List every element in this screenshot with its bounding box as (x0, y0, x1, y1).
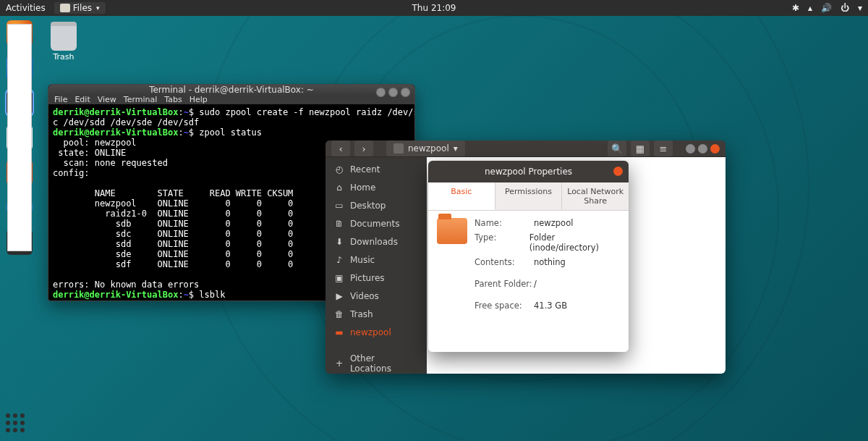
path-caret-icon: ▾ (454, 143, 458, 154)
activities-button[interactable]: Activities (6, 3, 46, 13)
label-name: Name: (475, 218, 534, 228)
volume-icon[interactable]: 🔊 (821, 3, 832, 13)
search-button[interactable]: 🔍 (608, 140, 626, 156)
appmenu-files[interactable]: Files (54, 2, 106, 14)
sidebar-item-pictures[interactable]: ▣Pictures (326, 270, 427, 286)
clock-icon: ◴ (334, 164, 344, 175)
value-free-space: 41.3 GB (534, 301, 567, 311)
trash-icon: 🗑 (334, 309, 344, 319)
nav-forward-button[interactable]: › (354, 140, 373, 156)
terminal-maximize-button[interactable] (388, 88, 398, 97)
desktop-icon: ▭ (334, 201, 344, 211)
menu-tabs[interactable]: Tabs (164, 95, 182, 104)
sidebar-item-trash[interactable]: 🗑Trash (326, 306, 427, 322)
nav-back-button[interactable]: ‹ (331, 140, 350, 156)
sidebar-item-other-locations[interactable]: +Other Locations (326, 350, 427, 374)
sidebar-item-desktop[interactable]: ▭Desktop (326, 198, 427, 214)
trash-label: Trash (53, 52, 74, 62)
videos-icon: ▶ (334, 291, 344, 301)
value-parent-folder: / (534, 279, 537, 289)
files-close-button[interactable] (710, 144, 720, 154)
power-icon[interactable]: ⏻ (841, 3, 849, 13)
path-label: newzpool (408, 143, 449, 154)
value-type: Folder (inode/directory) (529, 232, 620, 253)
properties-close-button[interactable] (613, 167, 623, 176)
sidebar-item-newzpool[interactable]: ▬newzpool (326, 324, 427, 340)
menu-help[interactable]: Help (190, 95, 208, 104)
menu-terminal[interactable]: Terminal (124, 95, 158, 104)
properties-body: Name:newzpool Type:Folder (inode/directo… (428, 211, 629, 352)
dock (4, 20, 35, 255)
path-bar[interactable]: newzpool ▾ (386, 140, 465, 156)
desktop-trash[interactable]: Trash (51, 22, 77, 62)
bluetooth-icon[interactable]: ✱ (792, 3, 799, 13)
label-type: Type: (475, 232, 529, 253)
sidebar-item-documents[interactable]: 🗎Documents (326, 216, 427, 232)
top-panel: Activities Files Thu 21:09 ✱ ▴ 🔊 ⏻ ▾ (0, 0, 868, 16)
view-grid-button[interactable]: ▦ (631, 140, 650, 156)
tab-basic[interactable]: Basic (428, 182, 495, 210)
menu-edit[interactable]: Edit (75, 95, 90, 104)
sidebar-item-downloads[interactable]: ⬇Downloads (326, 234, 427, 250)
trash-icon (51, 22, 77, 51)
home-icon: ⌂ (334, 182, 344, 193)
show-applications-button[interactable] (6, 413, 27, 435)
terminal-titlebar[interactable]: Terminal - derrik@derrik-VirtualBox: ~ (48, 85, 414, 95)
terminal-minimize-button[interactable] (376, 88, 386, 97)
menu-file[interactable]: File (54, 95, 67, 104)
appmenu-files-label: Files (73, 3, 92, 13)
terminal-menubar[interactable]: File Edit View Terminal Tabs Help (48, 95, 414, 104)
hamburger-menu-button[interactable]: ≡ (654, 140, 673, 156)
documents-icon: 🗎 (334, 219, 344, 229)
sidebar-item-recent[interactable]: ◴Recent (326, 161, 427, 177)
menu-view[interactable]: View (98, 95, 116, 104)
terminal-close-button[interactable] (401, 88, 410, 97)
network-icon[interactable]: ▴ (808, 3, 812, 13)
label-free-space: Free space: (475, 301, 534, 311)
folder-icon: ▬ (334, 327, 344, 337)
tab-permissions[interactable]: Permissions (495, 182, 563, 210)
disk-icon (393, 143, 404, 154)
files-maximize-button[interactable] (698, 144, 707, 154)
value-contents: nothing (534, 257, 566, 267)
label-contents: Contents: (475, 257, 534, 267)
sidebar-item-videos[interactable]: ▶Videos (326, 288, 427, 304)
value-name: newzpool (534, 218, 573, 228)
sidebar-item-home[interactable]: ⌂Home (326, 180, 427, 196)
pictures-icon: ▣ (334, 273, 344, 283)
folder-large-icon (437, 218, 467, 244)
clock[interactable]: Thu 21:09 (412, 3, 456, 13)
files-minimize-button[interactable] (686, 144, 695, 154)
plus-icon: + (334, 358, 344, 369)
files-sidebar: ◴Recent ⌂Home ▭Desktop 🗎Documents ⬇Downl… (326, 157, 427, 374)
dock-writer[interactable] (7, 125, 33, 151)
downloads-icon: ⬇ (334, 237, 344, 247)
properties-titlebar[interactable]: newzpool Properties (428, 161, 629, 182)
properties-dialog[interactable]: newzpool Properties Basic Permissions Lo… (428, 161, 629, 352)
sidebar-item-music[interactable]: ♪Music (326, 252, 427, 268)
system-menu-caret[interactable]: ▾ (858, 3, 862, 13)
music-icon: ♪ (334, 255, 344, 265)
properties-title-text: newzpool Properties (485, 167, 572, 177)
tab-local-network-share[interactable]: Local Network Share (562, 182, 629, 210)
terminal-title-text: Terminal - derrik@derrik-VirtualBox: ~ (149, 85, 314, 95)
label-parent-folder: Parent Folder: (475, 279, 534, 289)
properties-tabs: Basic Permissions Local Network Share (428, 182, 629, 211)
files-headerbar: ‹ › newzpool ▾ 🔍 ▦ ≡ (326, 140, 726, 157)
